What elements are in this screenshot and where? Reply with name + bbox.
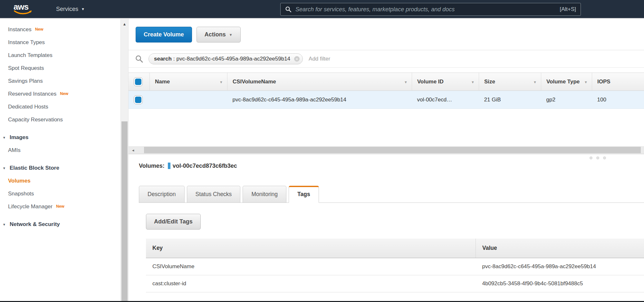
select-all-header — [129, 73, 150, 91]
section-collapse-icon: ▼ — [3, 223, 6, 226]
sidebar-item-reserved-instances[interactable]: Reserved InstancesNew — [0, 88, 120, 100]
detail-tabs: DescriptionStatus ChecksMonitoringTags — [139, 186, 644, 203]
tag-row[interactable]: cast:cluster-id4b092cb5-3458-4f90-9b4c-5… — [146, 275, 644, 292]
selection-cursor-icon — [168, 163, 170, 169]
remove-filter-icon[interactable]: ✕ — [294, 56, 300, 61]
sidebar-scrollbar[interactable]: ▲ — [120, 19, 129, 302]
sidebar-section-network-security[interactable]: ▼Network & Security — [0, 218, 120, 231]
create-volume-button[interactable]: Create Volume — [136, 27, 192, 42]
sort-caret-icon: ▼ — [584, 80, 588, 84]
pane-resize-handle-icon[interactable] — [590, 156, 606, 159]
volume-cell: vol-00c7ecd… — [412, 91, 479, 109]
sidebar-item-capacity-reservations[interactable]: Capacity Reservations — [0, 113, 120, 126]
volume-cell — [150, 91, 227, 109]
sidebar-item-label: AMIs — [8, 147, 21, 154]
horizontal-scrollbar[interactable]: ◂ — [129, 146, 644, 154]
column-label: Volume ID — [417, 79, 444, 85]
tags-table: KeyValue CSIVolumeNamepvc-8ac9d62c-c645-… — [146, 239, 644, 292]
sidebar-item-label: Capacity Reservations — [8, 117, 63, 123]
volume-cell: 21 GiB — [479, 91, 541, 109]
sidebar-item-label: Instances — [8, 26, 32, 33]
sidebar-section-label: Elastic Block Store — [10, 165, 59, 171]
section-collapse-icon: ▼ — [3, 166, 6, 170]
sidebar-item-savings-plans[interactable]: Savings Plans — [0, 75, 120, 88]
tag-cell: pvc-8ac9d62c-c645-495a-989a-ac292ee59b14 — [476, 258, 644, 275]
horizontal-scrollbar-thumb[interactable] — [144, 147, 641, 153]
table-empty-area — [129, 109, 644, 146]
tags-column-header-value: Value — [476, 239, 644, 258]
row-checkbox[interactable] — [134, 95, 143, 104]
sidebar-item-instances[interactable]: InstancesNew — [0, 23, 120, 36]
search-icon — [285, 6, 292, 13]
tab-description[interactable]: Description — [139, 186, 185, 203]
sidebar-item-label: Dedicated Hosts — [8, 104, 48, 110]
detail-volume-id: vol-00c7ecd873c6fb3ec — [173, 163, 237, 169]
filter-bar[interactable]: search : pvc-8ac9d62c-c645-495a-989a-ac2… — [129, 50, 644, 68]
sidebar-item-launch-templates[interactable]: Launch Templates — [0, 49, 120, 62]
services-menu[interactable]: Services ▼ — [56, 6, 85, 13]
search-shortcut-hint: [Alt+S] — [560, 6, 576, 13]
tag-cell: 4b092cb5-3458-4f90-9b4c-5081bf9488c5 — [476, 275, 644, 292]
new-badge: New — [56, 204, 64, 209]
sidebar-item-snapshots[interactable]: Snapshots — [0, 187, 120, 200]
scroll-up-arrow-icon[interactable]: ▲ — [121, 22, 128, 26]
detail-title: Volumes: vol-00c7ecd873c6fb3ec — [139, 161, 644, 170]
sidebar-item-label: Lifecycle Manager — [8, 203, 53, 210]
sidebar-item-spot-requests[interactable]: Spot Requests — [0, 62, 120, 75]
section-collapse-icon: ▼ — [3, 136, 6, 139]
new-badge: New — [60, 91, 68, 96]
sidebar-section-images[interactable]: ▼Images — [0, 131, 120, 144]
global-search-input[interactable]: Search for services, features, marketpla… — [280, 3, 581, 16]
sort-caret-icon: ▼ — [219, 80, 223, 84]
column-header-name[interactable]: ▼Name — [150, 73, 227, 91]
tab-monitoring[interactable]: Monitoring — [243, 186, 286, 203]
select-all-checkbox[interactable] — [134, 77, 143, 86]
chevron-down-icon: ▼ — [229, 33, 233, 37]
tags-table-header: KeyValue — [146, 239, 644, 258]
pane-divider — [129, 154, 644, 161]
volume-cell: 100 — [592, 91, 644, 109]
main-pane: Create Volume Actions ▼ search : pvc-8ac… — [129, 19, 644, 302]
new-badge: New — [35, 27, 43, 32]
volume-cell: gp2 — [541, 91, 592, 109]
column-header-volume-type[interactable]: ▼Volume Type — [541, 73, 592, 91]
services-label: Services — [56, 6, 78, 13]
actions-button[interactable]: Actions ▼ — [197, 27, 241, 42]
chevron-down-icon: ▼ — [81, 7, 85, 11]
sidebar-item-lifecycle-manager[interactable]: Lifecycle ManagerNew — [0, 200, 120, 213]
column-header-iops[interactable]: ▼IOPS — [592, 73, 644, 91]
sidebar-item-amis[interactable]: AMIs — [0, 144, 120, 157]
tab-tags[interactable]: Tags — [289, 186, 319, 203]
aws-logo-text: aws — [14, 3, 33, 11]
add-edit-tags-button[interactable]: Add/Edit Tags — [146, 214, 201, 230]
sidebar-scrollbar-thumb[interactable] — [121, 121, 128, 302]
sidebar: InstancesNewInstance TypesLaunch Templat… — [0, 19, 120, 302]
column-header-csivolumename[interactable]: ▼CSIVolumeName — [227, 73, 412, 91]
volumes-table-header: ▼Name▼CSIVolumeName▼Volume ID▼Size▼Volum… — [129, 73, 644, 91]
scroll-left-arrow-icon[interactable]: ◂ — [129, 146, 138, 154]
tag-row[interactable]: CSIVolumeNamepvc-8ac9d62c-c645-495a-989a… — [146, 258, 644, 275]
column-header-size[interactable]: ▼Size — [479, 73, 541, 91]
column-header-volume-id[interactable]: ▼Volume ID — [412, 73, 479, 91]
volume-row[interactable]: pvc-8ac9d62c-c645-495a-989a-ac292ee59b14… — [129, 91, 644, 109]
filter-separator: : — [173, 56, 175, 62]
sidebar-item-label: Instance Types — [8, 39, 45, 46]
search-placeholder: Search for services, features, marketpla… — [295, 6, 556, 13]
sidebar-item-dedicated-hosts[interactable]: Dedicated Hosts — [0, 100, 120, 113]
tab-status-checks[interactable]: Status Checks — [187, 186, 241, 203]
aws-logo[interactable]: aws — [14, 3, 33, 15]
sidebar-item-label: Savings Plans — [8, 78, 43, 84]
sidebar-item-label: Reserved Instances — [8, 91, 56, 97]
sidebar-section-label: Network & Security — [10, 221, 60, 228]
sidebar-item-volumes[interactable]: Volumes — [0, 175, 120, 187]
volume-cell: pvc-8ac9d62c-c645-495a-989a-ac292ee59b14 — [227, 91, 412, 109]
tags-column-header-key: Key — [146, 239, 476, 258]
filter-tag[interactable]: search : pvc-8ac9d62c-c645-495a-989a-ac2… — [149, 53, 303, 64]
search-icon — [135, 55, 143, 63]
column-label: Size — [484, 79, 495, 85]
add-filter-input[interactable]: Add filter — [309, 56, 330, 62]
sidebar-item-instance-types[interactable]: Instance Types — [0, 36, 120, 49]
sidebar-item-label: Snapshots — [8, 191, 34, 197]
sidebar-item-label: Volumes — [8, 178, 31, 184]
sidebar-section-elastic-block-store[interactable]: ▼Elastic Block Store — [0, 162, 120, 175]
